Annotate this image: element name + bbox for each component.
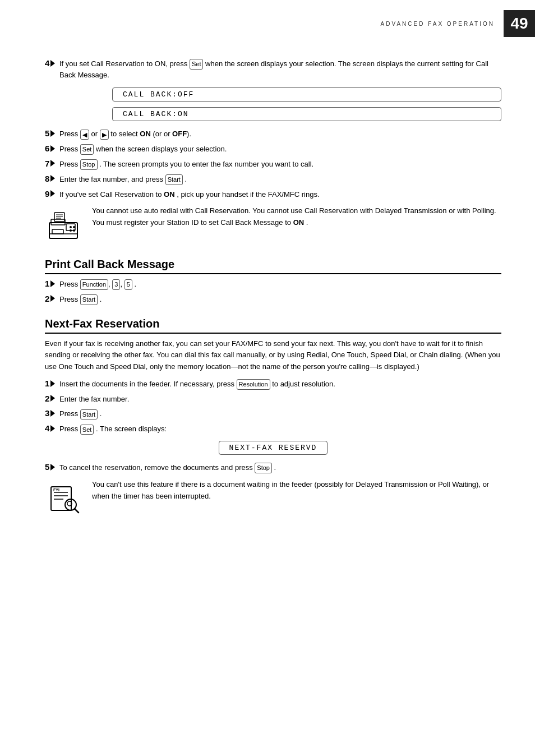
nfr-step-4-content: Press Set . The screen displays: (59, 423, 501, 435)
step-5-arrow (50, 130, 55, 137)
step-6-label: 6 (45, 144, 59, 153)
nfr-step-4-arrow (50, 425, 55, 432)
lcd-call-back-off: CALL BACK:OFF (112, 87, 501, 102)
step-5: 5 Press ◀ or ▶ to select ON (or or OFF). (45, 128, 501, 140)
start-key-8: Start (165, 174, 183, 185)
key-5: 5 (124, 279, 132, 290)
nfr-step-3: 3 Press Start . (45, 408, 501, 420)
step-6-content: Press Set when the screen displays your … (59, 144, 501, 155)
svg-line-19 (75, 509, 79, 513)
resolution-key: Resolution (237, 379, 270, 390)
nfr-step-1: 1 Insert the documents in the feeder. If… (45, 379, 501, 390)
nfr-step-4: 4 Press Set . The screen displays: (45, 423, 501, 435)
step-9-content: If you've set Call Reservation to ON , p… (59, 189, 501, 200)
svg-point-12 (73, 229, 75, 232)
step-7-content: Press Stop . The screen prompts you to e… (59, 159, 501, 170)
step-8-label: 8 (45, 174, 59, 183)
stop-key-nfr5: Stop (255, 463, 272, 473)
fyi-icon-svg: FYI (47, 480, 83, 517)
pcbm-step-1: 1 Press Function, 3, 5 . (45, 279, 501, 290)
nfr-step-5: 5 To cancel the reservation, remove the … (45, 462, 501, 473)
nfr-step-4-label: 4 (45, 423, 59, 433)
step-7: 7 Press Stop . The screen prompts you to… (45, 159, 501, 170)
page-number: 49 (504, 10, 535, 37)
stop-key-7: Stop (80, 159, 98, 170)
pcbm-step-1-label: 1 (45, 279, 59, 288)
step-4: 4 If you set Call Reservation to ON, pre… (45, 58, 501, 80)
note-box-1: You cannot use auto redial with Call Res… (45, 205, 501, 245)
fyi-icon: FYI (45, 479, 84, 518)
header-title: ADVANCED FAX OPERATION (381, 21, 504, 27)
nfr-step-5-arrow (50, 464, 55, 471)
page-header: ADVANCED FAX OPERATION 49 (0, 0, 535, 42)
step-8-content: Enter the fax number, and press Start . (59, 174, 501, 185)
nfr-step-5-content: To cancel the reservation, remove the do… (59, 462, 501, 473)
step-8: 8 Enter the fax number, and press Start … (45, 174, 501, 185)
nfr-step-1-content: Insert the documents in the feeder. If n… (59, 379, 501, 390)
nfr-step-1-arrow (50, 380, 55, 387)
svg-point-9 (70, 226, 72, 228)
nfr-step-2-label: 2 (45, 394, 59, 403)
set-key-4: Set (190, 59, 204, 70)
svg-text:FYI: FYI (53, 488, 59, 492)
step-9-label: 9 (45, 189, 59, 199)
svg-rect-5 (54, 213, 64, 222)
step-5-label: 5 (45, 128, 59, 138)
step-4-content: If you set Call Reservation to ON, press… (59, 58, 501, 80)
lcd-call-back-on: CALL BACK:ON (112, 107, 501, 121)
svg-point-11 (70, 229, 72, 232)
pcbm-step-1-arrow (50, 280, 55, 287)
left-arrow-key: ◀ (80, 130, 89, 140)
nfr-lcd-container: NEXT-FAX RESERVD (45, 439, 501, 457)
step-9-arrow (50, 190, 55, 197)
note-box-2: FYI You can't use this feature if there … (45, 479, 501, 518)
svg-point-10 (73, 226, 75, 228)
right-arrow-key: ▶ (100, 130, 109, 140)
set-key-6: Set (80, 144, 94, 155)
pcbm-step-2-arrow (50, 295, 55, 302)
pcbm-step-2-content: Press Start . (59, 294, 501, 305)
start-key-nfr3: Start (80, 409, 98, 420)
svg-rect-3 (52, 229, 63, 234)
step-8-arrow (50, 175, 55, 182)
fax-machine-icon (45, 205, 84, 245)
pcbm-step-1-content: Press Function, 3, 5 . (59, 279, 501, 290)
step-7-arrow (50, 160, 55, 167)
page: ADVANCED FAX OPERATION 49 4 If you set C… (0, 0, 535, 756)
nfr-step-1-label: 1 (45, 379, 59, 388)
nfr-step-3-content: Press Start . (59, 408, 501, 420)
nfr-step-3-label: 3 (45, 408, 59, 418)
lcd-container: CALL BACK:OFF CALL BACK:ON (112, 86, 501, 123)
start-key-pcbm: Start (80, 294, 98, 305)
step-6-arrow (50, 145, 55, 152)
header-right: ADVANCED FAX OPERATION 49 (381, 10, 535, 37)
nfr-lcd: NEXT-FAX RESERVD (219, 441, 328, 455)
nfr-step-2-arrow (50, 395, 55, 402)
nfr-note-text: You can't use this feature if there is a… (92, 479, 501, 503)
content: 4 If you set Call Reservation to ON, pre… (0, 42, 535, 543)
nfr-step-3-arrow (50, 410, 55, 417)
step-4-arrow (50, 60, 55, 67)
step-7-label: 7 (45, 159, 59, 168)
nfr-intro: Even if your fax is receiving another fa… (45, 338, 501, 373)
pcbm-step-2-label: 2 (45, 294, 59, 303)
nfr-step-2: 2 Enter the fax number. (45, 394, 501, 405)
function-key: Function (80, 279, 108, 290)
key-3: 3 (112, 279, 120, 290)
nfr-step-5-label: 5 (45, 462, 59, 472)
set-key-nfr4: Set (80, 425, 94, 435)
note-1-text: You cannot use auto redial with Call Res… (92, 205, 501, 229)
step-9: 9 If you've set Call Reservation to ON ,… (45, 189, 501, 200)
fax-machine-svg (47, 207, 83, 243)
step-4-label: 4 (45, 58, 59, 68)
step-5-content: Press ◀ or ▶ to select ON (or or OFF). (59, 128, 501, 140)
pcbm-step-2: 2 Press Start . (45, 294, 501, 305)
section-next-fax: Next-Fax Reservation (45, 317, 501, 334)
nfr-step-2-content: Enter the fax number. (59, 394, 501, 405)
step-6: 6 Press Set when the screen displays you… (45, 144, 501, 155)
section-print-call-back: Print Call Back Message (45, 258, 501, 274)
